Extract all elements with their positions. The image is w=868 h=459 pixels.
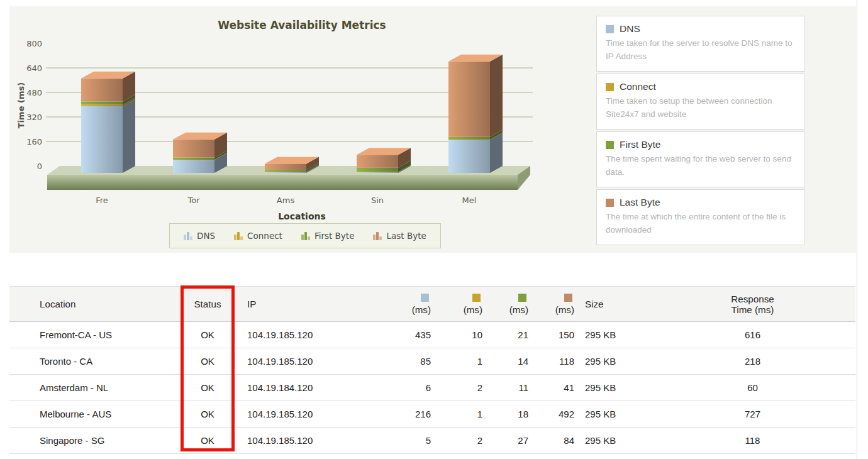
bar-Sin[interactable] xyxy=(357,148,411,173)
table-body: Fremont-CA - USOK104.19.185.120435102115… xyxy=(9,322,855,454)
cell-ip: 104.19.185.120 xyxy=(236,409,381,419)
cell-connect: 2 xyxy=(431,382,482,393)
card-title: Last Byte xyxy=(620,197,660,208)
cell-last_byte: 150 xyxy=(528,329,574,340)
legend-bar-icon xyxy=(301,231,310,240)
table-row: Amsterdam - NLOK104.19.184.120621141295 … xyxy=(9,375,855,401)
cell-dns: 435 xyxy=(381,329,431,340)
header-response-time: ResponseTime (ms) xyxy=(650,294,855,315)
cell-last_byte: 41 xyxy=(528,382,574,393)
header-first-byte-ms: (ms) xyxy=(482,294,528,315)
y-tick-160: 160 xyxy=(26,137,42,147)
cell-ip: 104.19.184.120 xyxy=(236,382,381,393)
cell-first_byte: 18 xyxy=(482,409,528,419)
cell-first_byte: 21 xyxy=(482,329,528,340)
bar-Mel-First Byte xyxy=(448,137,490,140)
ms-unit-label: (ms) xyxy=(464,304,482,315)
color-swatch-icon xyxy=(606,199,614,207)
cell-status: OK xyxy=(179,329,236,340)
chart-floor-front xyxy=(47,175,518,190)
cell-response: 60 xyxy=(650,382,855,393)
bar-Fre-Connect xyxy=(81,105,123,106)
legend-label: First Byte xyxy=(314,231,355,241)
y-tick-800: 800 xyxy=(26,39,42,48)
series-swatch-icon xyxy=(472,294,481,302)
header-last-byte-ms: (ms) xyxy=(528,294,574,315)
bar-Ams-DNS xyxy=(265,172,306,173)
card-description: The time at which the entire content of … xyxy=(606,211,796,237)
series-swatch-icon xyxy=(421,294,429,302)
chart-legend: DNSConnectFirst ByteLast Byte xyxy=(169,223,441,248)
cell-connect: 1 xyxy=(431,356,482,367)
cell-status: OK xyxy=(179,356,236,367)
cell-first_byte: 14 xyxy=(482,356,528,367)
legend-item-connect[interactable]: Connect xyxy=(234,231,282,241)
legend-bar-icon xyxy=(234,231,243,240)
availability-table: LocationStatusIP(ms)(ms)(ms)(ms)SizeResp… xyxy=(9,286,855,454)
y-tick-480: 480 xyxy=(26,88,42,97)
color-swatch-icon xyxy=(606,141,614,149)
bar-Mel-DNS xyxy=(448,140,490,173)
chart-title: Website Availability Metrics xyxy=(9,19,594,31)
card-description: Time taken to setup the between connecti… xyxy=(606,95,796,121)
legend-item-dns[interactable]: DNS xyxy=(184,231,215,241)
header-connect-ms: (ms) xyxy=(431,294,482,315)
cell-last_byte: 492 xyxy=(528,409,574,419)
cell-response: 616 xyxy=(650,329,855,340)
card-title: DNS xyxy=(620,23,640,35)
cell-ip: 104.19.185.120 xyxy=(236,356,381,367)
page-right-border xyxy=(857,0,857,459)
y-axis-label: Time (ms) xyxy=(16,72,26,139)
table-row: Fremont-CA - USOK104.19.185.120435102115… xyxy=(9,322,855,348)
bar-Fre[interactable] xyxy=(81,72,135,173)
color-swatch-icon xyxy=(606,25,614,33)
cell-response: 727 xyxy=(650,409,855,419)
bar-Mel-DNS-side xyxy=(490,133,503,173)
x-tick-Mel: Mel xyxy=(462,196,477,205)
bar-Tor-First Byte xyxy=(173,158,214,160)
legend-item-last-byte[interactable]: Last Byte xyxy=(373,231,426,241)
header-dns-ms: (ms) xyxy=(381,294,431,315)
header-size: Size xyxy=(574,299,650,309)
cell-size: 295 KB xyxy=(574,356,650,367)
legend-label: Connect xyxy=(247,231,282,241)
metric-info-cards: DNSTime taken for the server to resolve … xyxy=(596,16,805,245)
table-row: Singapore - SGOK104.19.185.120522784295 … xyxy=(9,428,855,454)
bar-Sin-First Byte xyxy=(357,168,398,172)
table-header: LocationStatusIP(ms)(ms)(ms)(ms)SizeResp… xyxy=(9,286,855,322)
bar-Fre-First Byte xyxy=(81,101,123,104)
cell-connect: 10 xyxy=(431,329,482,340)
header-ip: IP xyxy=(236,299,381,309)
cell-size: 295 KB xyxy=(574,409,650,419)
info-card-last-byte: Last ByteThe time at which the entire co… xyxy=(596,189,805,245)
bar-Mel-Last Byte xyxy=(448,62,490,137)
bar-Mel[interactable] xyxy=(448,55,503,173)
series-swatch-icon xyxy=(518,294,526,302)
cell-response: 118 xyxy=(650,435,855,446)
header-location: Location xyxy=(9,299,179,309)
cell-location: Singapore - SG xyxy=(9,435,179,446)
x-tick-Sin: Sin xyxy=(371,196,384,205)
cell-last_byte: 84 xyxy=(528,435,574,446)
bar-Tor[interactable] xyxy=(173,133,227,173)
ms-unit-label: (ms) xyxy=(509,304,528,315)
y-tick-640: 640 xyxy=(26,64,42,73)
bar-Sin-DNS xyxy=(357,172,398,173)
bar-Ams-First Byte xyxy=(265,170,306,172)
cell-location: Toronto - CA xyxy=(9,356,179,367)
cell-dns: 5 xyxy=(381,435,431,446)
info-card-first-byte: First ByteThe time spent waiting for the… xyxy=(596,131,805,187)
bar-Tor-Last Byte xyxy=(173,140,214,158)
header-status: Status xyxy=(179,299,236,309)
bar-Fre-DNS xyxy=(81,106,123,173)
card-title: Connect xyxy=(620,81,656,92)
cell-first_byte: 11 xyxy=(482,382,528,393)
y-tick-0: 0 xyxy=(37,162,42,171)
cell-response: 218 xyxy=(650,356,855,367)
legend-item-first-byte[interactable]: First Byte xyxy=(301,231,355,241)
ms-unit-label: (ms) xyxy=(555,304,574,315)
bar-Fre-DNS-side xyxy=(123,99,135,173)
cell-status: OK xyxy=(179,382,236,393)
info-card-connect: ConnectTime taken to setup the between c… xyxy=(596,74,805,130)
table-row: Melbourne - AUSOK104.19.185.120216118492… xyxy=(9,401,855,428)
